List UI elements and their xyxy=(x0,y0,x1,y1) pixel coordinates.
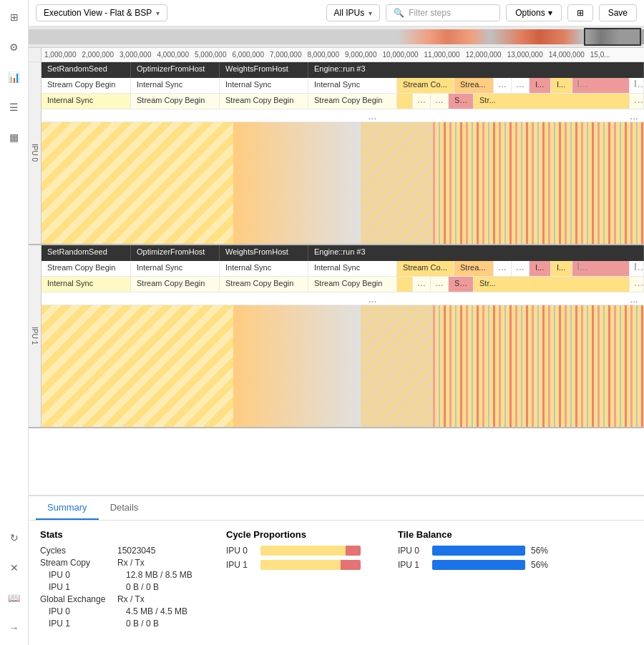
ipu1-viz-left xyxy=(42,305,361,427)
options-caret: ▾ xyxy=(548,8,552,18)
overview-viewport[interactable] xyxy=(584,28,641,46)
cycle-ipu1-red xyxy=(341,560,361,570)
sidebar-icon-list[interactable]: ☰ xyxy=(6,99,23,116)
cycle-ipu0-bar xyxy=(260,546,361,556)
ipu0-r1-c8: ... xyxy=(512,78,530,93)
sidebar-icon-close[interactable]: ✕ xyxy=(6,559,23,576)
ipu1-r2-c7: Str... xyxy=(449,277,474,292)
sidebar-icon-book[interactable]: 📖 xyxy=(6,589,23,606)
ipu1-r1-c8: ... xyxy=(512,261,530,276)
sidebar-icon-chart[interactable]: 📊 xyxy=(6,69,23,86)
ipu0-row1[interactable]: Stream Copy Begin Internal Sync Internal… xyxy=(42,78,644,94)
ipu1-header-col3: WeightsFromHost xyxy=(220,245,308,261)
axis-tick-2: 2,000,000 xyxy=(79,51,117,59)
cycle-ipu0-row: IPU 0 xyxy=(226,546,369,556)
sidebar-icon-settings[interactable]: ⚙ xyxy=(6,39,23,56)
ipu0-viz-area[interactable] xyxy=(42,122,644,244)
tile-ipu0-pct: 56% xyxy=(531,546,548,556)
save-button[interactable]: Save xyxy=(599,4,637,21)
columns-icon: ⊞ xyxy=(577,8,584,18)
stats-ipu0-stream-row: IPU 0 12.8 MB / 8.5 MB xyxy=(49,570,197,580)
sidebar-icon-table[interactable]: ▦ xyxy=(6,129,23,146)
view-select[interactable]: Execution View - Flat & BSP ▾ xyxy=(36,4,167,21)
stats-cycles-label: Cycles xyxy=(40,546,112,556)
tile-ipu0-row: IPU 0 56% xyxy=(398,546,555,556)
axis-tick-3: 3,000,000 xyxy=(117,51,155,59)
columns-button[interactable]: ⊞ xyxy=(567,4,593,21)
options-button[interactable]: Options ▾ xyxy=(506,4,561,21)
filter-input[interactable]: 🔍 Filter steps xyxy=(386,4,500,21)
stats-stream-label: Stream Copy xyxy=(40,558,112,568)
ipu0-label: IPU 0 xyxy=(29,62,42,244)
ipu1-header-col1: SetRandomSeed xyxy=(42,245,131,261)
ipu1-header-col2: OptimizerFromHost xyxy=(131,245,220,261)
axis-tick-14: 14,000,000 xyxy=(546,51,587,59)
ipu0-r2-c8: Str... xyxy=(474,94,630,109)
ipu1-r2-spacer xyxy=(397,277,413,292)
ipu0-r1-c2: Internal Sync xyxy=(131,78,220,93)
ipu-select[interactable]: All IPUs ▾ xyxy=(326,4,381,21)
ipu1-r2-c4: Stream Copy Begin xyxy=(308,277,397,292)
tile-ipu1-bar xyxy=(432,560,525,570)
ipu1-r2-c3: Stream Copy Begin xyxy=(220,277,308,292)
ipu0-r1-c5: Stream Co... xyxy=(397,78,454,93)
axis-tick-1: 1,000,000 xyxy=(42,51,79,59)
ipu0-r2-dots: ... xyxy=(630,94,644,109)
ipu1-r1-c10: I... xyxy=(551,261,572,276)
tab-details[interactable]: Details xyxy=(99,496,150,520)
axis-spacer xyxy=(29,48,42,61)
view-select-label: Execution View - Flat & BSP xyxy=(44,8,152,18)
ipu1-row1[interactable]: Stream Copy Begin Internal Sync Internal… xyxy=(42,261,644,277)
ipu0-header-col2: OptimizerFromHost xyxy=(131,62,220,78)
ipu1-label: IPU 1 xyxy=(29,245,42,427)
axis-tick-9: 9,000,000 xyxy=(342,51,380,59)
stats-cycles-row: Cycles 15023045 xyxy=(40,546,197,556)
ipu1-viz-area[interactable] xyxy=(42,305,644,427)
stats-ipu1-global-value: 0 B / 0 B xyxy=(126,619,159,629)
ipu1-r1-more: I... xyxy=(572,261,630,276)
ipu0-header-col4: Engine::run #3 xyxy=(308,62,644,78)
ipu0-section: IPU 0 SetRandomSeed OptimizerFromHost We… xyxy=(29,62,644,245)
stats-cycles-value: 15023045 xyxy=(117,546,155,556)
cycle-ipu0-red xyxy=(346,546,361,556)
cycle-ipu0-label: IPU 0 xyxy=(226,546,255,556)
sidebar-icon-grid[interactable]: ⊞ xyxy=(6,9,23,26)
ipu1-r1-dots: I... xyxy=(630,261,644,276)
ipu1-r1-c2: Internal Sync xyxy=(131,261,220,276)
stats-global-row: Global Exchange Rx / Tx xyxy=(40,594,197,604)
ipu1-r1-c4: Internal Sync xyxy=(308,261,397,276)
sidebar-icon-refresh[interactable]: ↻ xyxy=(6,529,23,546)
ipu1-header-col4: Engine::run #3 xyxy=(308,245,644,261)
tile-title: Tile Balance xyxy=(398,529,555,540)
ipu0-r1-c6: Strea... xyxy=(454,78,494,93)
tile-ipu1-label: IPU 1 xyxy=(398,560,426,570)
bottom-content: Stats Cycles 15023045 Stream Copy Rx / T… xyxy=(29,521,644,645)
ipu0-r1-c10: I... xyxy=(551,78,572,93)
sidebar-icon-arrow[interactable]: → xyxy=(6,619,23,636)
options-label: Options xyxy=(515,8,545,18)
overview-bar[interactable] xyxy=(29,26,644,48)
ipu-select-label: All IPUs xyxy=(334,8,365,18)
cycle-section: Cycle Proportions IPU 0 IPU 1 xyxy=(226,529,369,636)
timeline-container[interactable]: 1,000,000 2,000,000 3,000,000 4,000,000 … xyxy=(29,26,644,495)
tab-summary[interactable]: Summary xyxy=(36,496,99,520)
ipu1-r1-c1: Stream Copy Begin xyxy=(42,261,131,276)
ipu0-r2-c6: ... xyxy=(431,94,449,109)
ipu-select-caret: ▾ xyxy=(369,9,372,17)
ipu0-r1-c7: ... xyxy=(494,78,512,93)
ipu0-dot2: ... xyxy=(147,110,598,122)
ipu1-pattern xyxy=(433,305,644,427)
ipu1-r2-c8: Str... xyxy=(474,277,630,292)
stats-ipu1-stream-row: IPU 1 0 B / 0 B xyxy=(49,582,197,592)
ipu1-row2[interactable]: Internal Sync Stream Copy Begin Stream C… xyxy=(42,277,644,292)
ipu0-dots-row: ... ... xyxy=(42,109,644,122)
stats-ipu0-stream-value: 12.8 MB / 8.5 MB xyxy=(126,570,192,580)
ipu1-diag-overlay xyxy=(361,305,439,427)
tile-ipu0-label: IPU 0 xyxy=(398,546,426,556)
axis-row: 1,000,000 2,000,000 3,000,000 4,000,000 … xyxy=(29,48,644,62)
tile-section: Tile Balance IPU 0 56% IPU 1 56% xyxy=(398,529,555,636)
ipu0-row2[interactable]: Internal Sync Stream Copy Begin Stream C… xyxy=(42,94,644,109)
ipu0-r2-c7: Str... xyxy=(449,94,474,109)
ipu1-header: SetRandomSeed OptimizerFromHost WeightsF… xyxy=(42,245,644,261)
stats-ipu0-stream-label: IPU 0 xyxy=(49,570,120,580)
